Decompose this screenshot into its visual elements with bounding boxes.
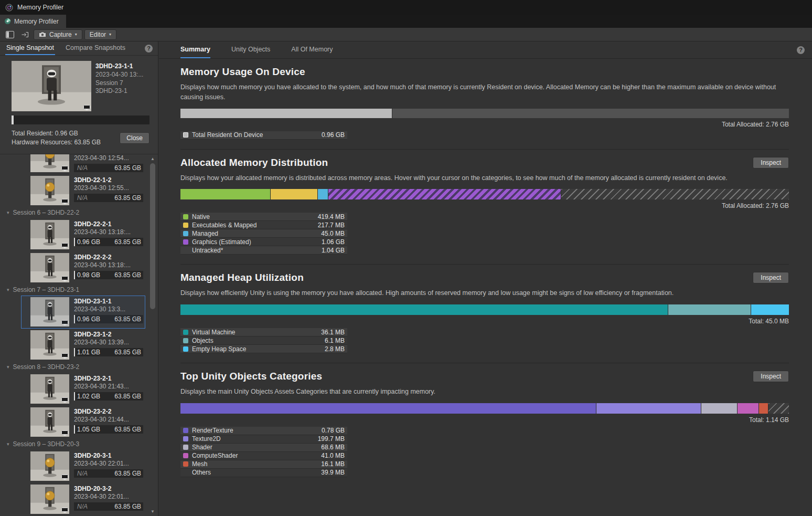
chevron-down-icon: ▾ [7, 364, 9, 370]
main-panel: SummaryUnity ObjectsAll Of Memory ? Memo… [159, 41, 812, 516]
chevron-down-icon: ▾ [7, 441, 9, 447]
camera-icon [39, 31, 46, 37]
snapshot-item[interactable]: 2023-04-30 12:54...N/A63.85 GB [0, 154, 146, 174]
resident-size: 1.05 GB [77, 426, 100, 433]
monitor-icon [61, 166, 68, 171]
snapshot-item[interactable]: 3DHD-23-1-22023-04-30 13:39...1.01 GB63.… [0, 329, 146, 362]
resident-size: N/A [77, 164, 88, 172]
total-size: 63.85 GB [114, 503, 141, 510]
total-size: 63.85 GB [114, 271, 141, 279]
legend-value: 199.7 MB [318, 435, 345, 443]
snapshot-size-bar: N/A63.85 GB [74, 469, 143, 478]
legend-value: 217.7 MB [318, 222, 345, 229]
bar-segment-objects [668, 304, 751, 315]
session-header[interactable]: ▾Session 8 – 3DHD-23-2 [0, 362, 146, 373]
total-size: 63.85 GB [114, 315, 141, 323]
inspect-button[interactable]: Inspect [753, 157, 789, 169]
bar-segment-managed [318, 189, 327, 199]
section-description: Displays how much memory you have alloca… [180, 82, 789, 102]
tab-single-snapshot[interactable]: Single Snapshot [5, 41, 55, 55]
open-snapshot-card: 3DHD-23-1-1 2023-04-30 13:... Session 7 … [0, 56, 158, 154]
legend-row: Total Resident On Device0.96 GB [180, 131, 347, 140]
bar-segment-computeshader [738, 403, 759, 414]
inspect-button[interactable]: Inspect [753, 371, 789, 382]
session-header[interactable]: ▾Session 6 – 3DHD-22-2 [0, 207, 146, 218]
monitor-icon [83, 105, 90, 110]
snapshot-item[interactable]: 3DHD-22-1-22023-04-30 12:55...N/A63.85 G… [0, 174, 146, 207]
snapshot-date: 2023-04-30 12:54... [74, 154, 143, 162]
monitor-icon [61, 199, 68, 204]
monitor-icon [61, 276, 68, 281]
legend-row: Virtual Machine36.1 MB [180, 328, 347, 336]
tab-memory-profiler[interactable]: Memory Profiler [0, 15, 66, 28]
help-icon[interactable]: ? [145, 45, 153, 52]
doc-tab-label: Memory Profiler [14, 18, 59, 25]
chevron-down-icon: ▾ [7, 210, 9, 215]
scroll-up-icon[interactable]: ▲ [148, 155, 157, 162]
snapshot-date: 2023-04-30 13:3... [74, 306, 143, 313]
legend-label: RenderTexture [192, 427, 233, 434]
open-snapshot-date: 2023-04-30 13:... [95, 71, 143, 79]
session-header[interactable]: ▾Session 7 – 3DHD-23-1 [0, 285, 146, 296]
legend-swatch [183, 470, 188, 475]
snapshot-date: 2023-04-30 13:18:... [74, 261, 143, 269]
snapshot-item[interactable]: 3DHD-23-2-22023-04-30 21:44...1.05 GB63.… [0, 406, 146, 439]
legend-row: ComputeShader41.0 MB [180, 452, 347, 460]
capture-label: Capture [49, 31, 72, 38]
legend-swatch [183, 231, 188, 236]
snapshot-item[interactable]: 3DHD-23-1-12023-04-30 13:3...0.96 GB63.8… [0, 296, 146, 329]
tab-unity-objects[interactable]: Unity Objects [231, 41, 270, 58]
legend-label: Empty Heap Space [192, 345, 246, 353]
chevron-down-icon: ▾ [109, 33, 111, 37]
snapshot-name: 3DHD-22-2-2 [74, 254, 143, 261]
legend-label: Mesh [192, 460, 207, 468]
snapshot-item[interactable]: 3DHD-22-2-12023-04-30 13:18:...0.96 GB63… [0, 218, 146, 251]
tab-summary[interactable]: Summary [180, 41, 210, 58]
inspect-button[interactable]: Inspect [753, 272, 789, 283]
window-titlebar: Memory Profiler [0, 0, 812, 15]
legend: Total Resident On Device0.96 GB [180, 131, 347, 140]
tab-compare-snapshots[interactable]: Compare Snapshots [65, 41, 126, 55]
monitor-icon [61, 243, 68, 248]
memory-bar [180, 109, 789, 118]
snapshot-item[interactable]: 3DHD-20-3-22023-04-30 22:01...N/A63.85 G… [0, 483, 146, 516]
doc-tab-strip: Memory Profiler [0, 15, 812, 28]
import-snapshot-button[interactable] [18, 29, 31, 40]
window-title: Memory Profiler [17, 4, 63, 11]
resident-size: N/A [77, 503, 88, 510]
snapshot-item[interactable]: 3DHD-22-2-22023-04-30 13:18:...0.98 GB63… [0, 251, 146, 285]
memory-bar [180, 304, 789, 315]
legend-label: Native [192, 213, 210, 220]
snapshot-item[interactable]: 3DHD-23-2-12023-04-30 21:43...1.02 GB63.… [0, 373, 146, 406]
chevron-down-icon: ▾ [7, 287, 9, 292]
session-header[interactable]: ▾Session 9 – 3DHD-20-3 [0, 439, 146, 450]
layout-toggle-button[interactable] [3, 29, 16, 40]
snapshot-name: 3DHD-23-1-1 [74, 298, 143, 306]
legend-row: Objects6.1 MB [180, 336, 347, 345]
legend-swatch [183, 214, 188, 219]
section-description: Displays the main Unity Objects Assets C… [180, 387, 789, 397]
scroll-down-icon[interactable]: ▼ [148, 508, 157, 515]
bar-segment-remaining-allocated [392, 109, 789, 118]
section-memory-usage-on-device: Memory Usage On DeviceDisplays how much … [180, 59, 789, 149]
legend-value: 1.04 GB [322, 247, 345, 254]
legend-row: Empty Heap Space2.8 MB [180, 345, 347, 353]
snapshot-size-bar: 0.96 GB63.85 GB [74, 315, 143, 323]
bar-segment-virtual-machine [180, 304, 668, 315]
open-snapshot-name: 3DHD-23-1-1 [95, 62, 143, 71]
scrollbar-thumb[interactable] [150, 163, 155, 309]
scrollbar[interactable]: ▲ ▼ [148, 155, 157, 515]
capture-button[interactable]: Capture ▾ [34, 29, 82, 40]
snapshot-size-bar: 1.05 GB63.85 GB [74, 425, 143, 434]
help-icon[interactable]: ? [797, 46, 805, 54]
snapshot-size-bar: 0.96 GB63.85 GB [74, 238, 143, 246]
tab-all-of-memory[interactable]: All Of Memory [291, 41, 333, 58]
editor-dropdown[interactable]: Editor ▾ [84, 29, 116, 40]
bar-segment-empty-heap-space [751, 304, 789, 315]
snapshot-item[interactable]: 3DHD-20-3-12023-04-30 22:01...N/A63.85 G… [0, 450, 146, 483]
legend-swatch [183, 330, 188, 335]
close-button[interactable]: Close [120, 132, 149, 144]
total-size: 63.85 GB [114, 393, 141, 400]
total-size: 63.85 GB [114, 238, 141, 246]
legend-value: 41.0 MB [321, 452, 345, 459]
